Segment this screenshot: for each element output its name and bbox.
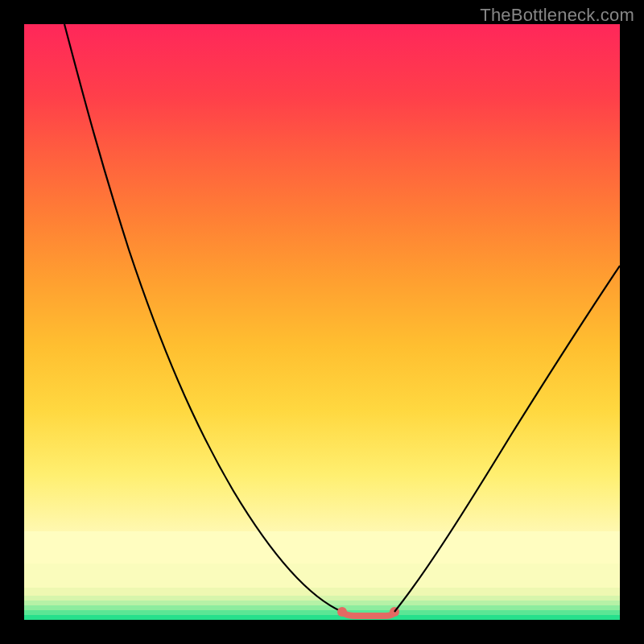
plot-area	[24, 24, 620, 620]
series-endpoint-left	[337, 607, 347, 617]
left-curve	[64, 24, 342, 612]
watermark-text: TheBottleneck.com	[480, 5, 634, 26]
flat-bottom-curve	[342, 612, 394, 616]
curve-svg	[24, 24, 620, 620]
chart-stage: TheBottleneck.com	[0, 0, 644, 644]
right-curve	[394, 266, 620, 612]
